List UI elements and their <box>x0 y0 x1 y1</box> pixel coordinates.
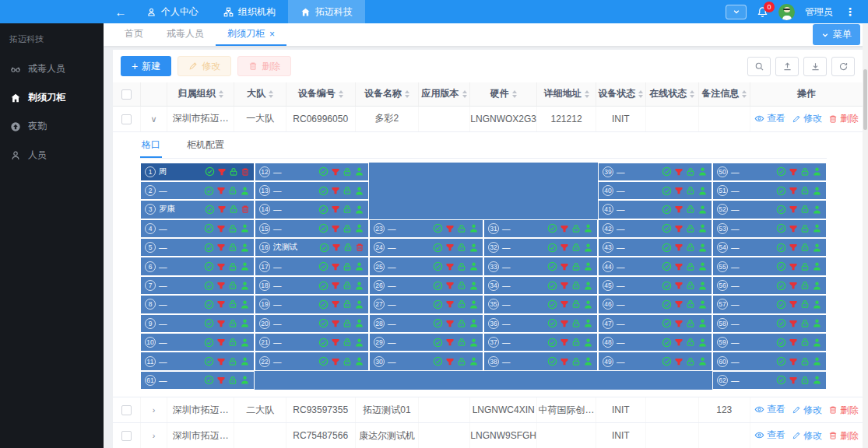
tab-drug-rehab-personnel[interactable]: 戒毒人员 <box>155 23 216 46</box>
person-icon[interactable] <box>812 299 822 310</box>
person-icon[interactable] <box>698 338 708 348</box>
person-icon[interactable] <box>240 186 250 196</box>
slot-cell-5[interactable]: 5— <box>140 238 255 257</box>
column-header[interactable]: 备注信息 <box>698 82 750 106</box>
slot-cell-31[interactable]: 31— <box>483 219 598 238</box>
slot-cell-62[interactable]: 62— <box>712 371 827 390</box>
column-header[interactable]: 应用版本 <box>419 82 469 106</box>
sort-icon[interactable] <box>512 90 517 98</box>
slot-cell-19[interactable]: 19— <box>255 295 369 313</box>
person-icon[interactable] <box>354 223 364 233</box>
slot-cell-6[interactable]: 6— <box>140 257 255 275</box>
person-icon[interactable] <box>240 243 250 253</box>
slot-cell-43[interactable]: 43— <box>598 238 712 257</box>
slot-cell-21[interactable]: 21— <box>255 333 369 352</box>
slot-cell-17[interactable]: 17— <box>255 257 369 275</box>
slot-cell-28[interactable]: 28— <box>369 314 483 333</box>
slot-cell-3[interactable]: 3罗康 <box>140 200 255 219</box>
row-checkbox[interactable] <box>121 405 132 415</box>
view-link[interactable]: 查看 <box>754 403 785 416</box>
person-icon[interactable] <box>469 281 479 291</box>
slot-cell-32[interactable]: 32— <box>483 238 598 257</box>
person-icon[interactable] <box>812 261 822 271</box>
slot-cell-10[interactable]: 10— <box>140 333 255 352</box>
nav-item-organization[interactable]: 组织机构 <box>211 0 288 23</box>
collapse-row-icon[interactable]: ∨ <box>150 114 156 124</box>
person-icon[interactable] <box>698 318 708 328</box>
person-icon[interactable] <box>583 223 593 233</box>
slot-cell-36[interactable]: 36— <box>483 314 598 333</box>
person-icon[interactable] <box>812 356 822 366</box>
person-icon[interactable] <box>812 166 822 177</box>
person-icon[interactable] <box>812 205 822 215</box>
slot-cell-38[interactable]: 38— <box>483 352 598 370</box>
trash-icon[interactable] <box>355 243 364 252</box>
slot-cell-54[interactable]: 54— <box>712 238 827 257</box>
slot-cell-18[interactable]: 18— <box>255 276 369 295</box>
sidebar-item-night-duty[interactable]: 夜勤 <box>0 112 104 141</box>
person-icon[interactable] <box>354 299 364 310</box>
slot-cell-45[interactable]: 45— <box>598 276 712 295</box>
edit-link[interactable]: 修改 <box>792 112 822 125</box>
slot-cell-41[interactable]: 41— <box>598 200 712 219</box>
slot-cell-23[interactable]: 23— <box>369 219 483 238</box>
person-icon[interactable] <box>812 338 822 348</box>
person-icon[interactable] <box>240 261 250 271</box>
person-icon[interactable] <box>469 318 479 328</box>
person-icon[interactable] <box>469 223 479 233</box>
slot-cell-24[interactable]: 24— <box>369 238 483 257</box>
slot-cell-14[interactable]: 14— <box>255 200 369 219</box>
person-icon[interactable] <box>812 318 822 328</box>
slot-cell-53[interactable]: 53— <box>712 219 827 238</box>
slot-cell-20[interactable]: 20— <box>255 314 369 333</box>
person-icon[interactable] <box>240 299 250 310</box>
slot-cell-16[interactable]: 16沈测试 <box>255 238 369 257</box>
slot-cell-48[interactable]: 48— <box>598 333 712 352</box>
back-arrow-icon[interactable]: ← <box>107 0 134 23</box>
person-icon[interactable] <box>354 261 364 271</box>
person-icon[interactable] <box>469 338 479 348</box>
sort-icon[interactable] <box>585 90 589 98</box>
person-icon[interactable] <box>698 186 708 196</box>
person-icon[interactable] <box>240 375 250 385</box>
avatar[interactable] <box>778 4 795 20</box>
column-header[interactable]: 在线状态 <box>646 82 698 106</box>
person-icon[interactable] <box>240 318 250 328</box>
person-icon[interactable] <box>583 299 593 310</box>
slot-cell-35[interactable]: 35— <box>483 295 598 313</box>
sidebar-item-personnel[interactable]: 人员 <box>0 141 104 170</box>
person-icon[interactable] <box>698 261 708 271</box>
slot-cell-39[interactable]: 39— <box>598 163 712 181</box>
download-button[interactable] <box>803 57 827 76</box>
slot-cell-60[interactable]: 60— <box>712 352 827 370</box>
refresh-button[interactable] <box>831 57 855 76</box>
view-link[interactable]: 查看 <box>754 112 785 125</box>
search-button[interactable] <box>747 57 771 76</box>
slot-cell-11[interactable]: 11— <box>140 352 255 370</box>
person-icon[interactable] <box>698 356 708 366</box>
person-icon[interactable] <box>583 261 593 271</box>
person-icon[interactable] <box>354 356 364 366</box>
nav-item-tuomai-tech[interactable]: 拓迈科技 <box>288 0 365 23</box>
row-checkbox[interactable] <box>121 431 132 441</box>
person-icon[interactable] <box>812 281 822 291</box>
slot-cell-51[interactable]: 51— <box>712 181 827 200</box>
sort-icon[interactable] <box>269 90 273 98</box>
slot-cell-30[interactable]: 30— <box>369 352 483 370</box>
sort-icon[interactable] <box>219 90 223 98</box>
slot-cell-42[interactable]: 42— <box>598 219 712 238</box>
person-icon[interactable] <box>354 281 364 291</box>
slot-cell-49[interactable]: 49— <box>598 352 712 370</box>
edit-button[interactable]: 修改 <box>177 56 231 76</box>
nav-item-personal-center[interactable]: 个人中心 <box>134 0 211 23</box>
person-icon[interactable] <box>583 356 593 366</box>
person-icon[interactable] <box>469 243 479 253</box>
column-header[interactable]: 设备状态 <box>596 82 646 106</box>
edit-link[interactable]: 修改 <box>792 429 822 443</box>
menu-button[interactable]: 菜单 <box>813 24 860 45</box>
person-icon[interactable] <box>812 186 822 196</box>
sort-icon[interactable] <box>462 90 467 98</box>
close-icon[interactable]: × <box>269 30 275 39</box>
slot-cell-13[interactable]: 13— <box>255 181 369 200</box>
person-icon[interactable] <box>698 223 708 233</box>
